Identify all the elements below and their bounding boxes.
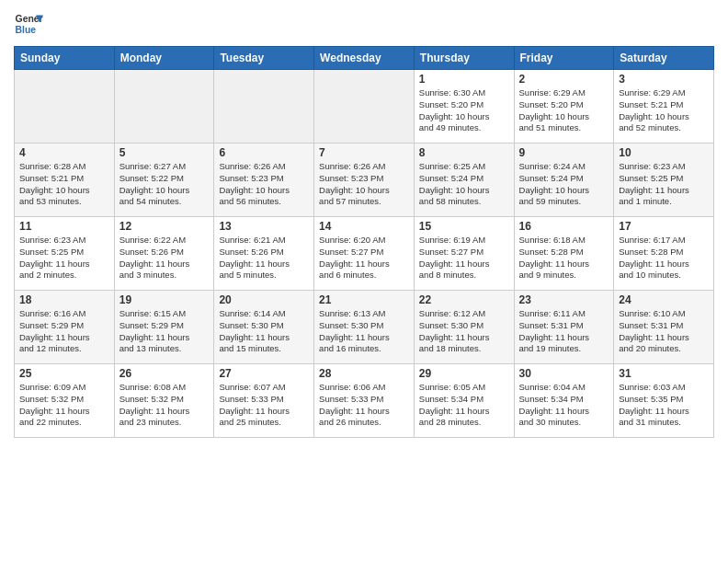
logo-icon: General Blue bbox=[14, 9, 43, 39]
weekday-header-row: SundayMondayTuesdayWednesdayThursdayFrid… bbox=[15, 47, 714, 70]
calendar-cell: 24Sunrise: 6:10 AM Sunset: 5:31 PM Dayli… bbox=[614, 291, 714, 364]
day-number: 17 bbox=[619, 220, 709, 233]
calendar-cell: 8Sunrise: 6:25 AM Sunset: 5:24 PM Daylig… bbox=[414, 144, 514, 217]
day-info: Sunrise: 6:26 AM Sunset: 5:23 PM Dayligh… bbox=[319, 161, 409, 208]
calendar-cell: 16Sunrise: 6:18 AM Sunset: 5:28 PM Dayli… bbox=[514, 217, 614, 291]
day-info: Sunrise: 6:23 AM Sunset: 5:25 PM Dayligh… bbox=[19, 235, 109, 282]
day-number: 19 bbox=[119, 293, 210, 306]
weekday-header-saturday: Saturday bbox=[614, 47, 714, 70]
calendar-cell bbox=[214, 70, 314, 144]
day-number: 11 bbox=[19, 220, 109, 233]
calendar-cell: 23Sunrise: 6:11 AM Sunset: 5:31 PM Dayli… bbox=[514, 291, 614, 364]
day-info: Sunrise: 6:28 AM Sunset: 5:21 PM Dayligh… bbox=[19, 161, 109, 208]
calendar-table: SundayMondayTuesdayWednesdayThursdayFrid… bbox=[14, 46, 714, 438]
day-number: 15 bbox=[419, 220, 509, 233]
day-info: Sunrise: 6:24 AM Sunset: 5:24 PM Dayligh… bbox=[519, 161, 609, 208]
calendar-cell: 21Sunrise: 6:13 AM Sunset: 5:30 PM Dayli… bbox=[314, 291, 415, 364]
day-number: 23 bbox=[519, 293, 609, 306]
day-number: 6 bbox=[219, 146, 309, 159]
weekday-header-monday: Monday bbox=[114, 47, 214, 70]
day-info: Sunrise: 6:05 AM Sunset: 5:34 PM Dayligh… bbox=[419, 382, 509, 429]
day-info: Sunrise: 6:21 AM Sunset: 5:26 PM Dayligh… bbox=[219, 235, 309, 282]
calendar-cell: 12Sunrise: 6:22 AM Sunset: 5:26 PM Dayli… bbox=[114, 217, 214, 291]
day-number: 10 bbox=[619, 146, 709, 159]
calendar-cell bbox=[114, 70, 214, 144]
calendar-cell: 6Sunrise: 6:26 AM Sunset: 5:23 PM Daylig… bbox=[214, 144, 314, 217]
week-row-2: 4Sunrise: 6:28 AM Sunset: 5:21 PM Daylig… bbox=[15, 144, 714, 217]
calendar-cell: 17Sunrise: 6:17 AM Sunset: 5:28 PM Dayli… bbox=[614, 217, 714, 291]
day-info: Sunrise: 6:08 AM Sunset: 5:32 PM Dayligh… bbox=[119, 382, 210, 429]
day-number: 2 bbox=[519, 73, 609, 86]
day-number: 26 bbox=[119, 367, 210, 380]
calendar-cell: 30Sunrise: 6:04 AM Sunset: 5:34 PM Dayli… bbox=[514, 364, 614, 438]
day-number: 5 bbox=[119, 146, 210, 159]
calendar-cell: 10Sunrise: 6:23 AM Sunset: 5:25 PM Dayli… bbox=[614, 144, 714, 217]
day-number: 18 bbox=[19, 293, 109, 306]
day-info: Sunrise: 6:22 AM Sunset: 5:26 PM Dayligh… bbox=[119, 235, 210, 282]
day-info: Sunrise: 6:30 AM Sunset: 5:20 PM Dayligh… bbox=[419, 87, 509, 134]
day-number: 8 bbox=[419, 146, 509, 159]
day-number: 20 bbox=[219, 293, 309, 306]
calendar-cell: 15Sunrise: 6:19 AM Sunset: 5:27 PM Dayli… bbox=[414, 217, 514, 291]
day-number: 28 bbox=[319, 367, 409, 380]
day-number: 22 bbox=[419, 293, 509, 306]
day-number: 4 bbox=[19, 146, 109, 159]
calendar-cell: 18Sunrise: 6:16 AM Sunset: 5:29 PM Dayli… bbox=[15, 291, 115, 364]
day-number: 12 bbox=[119, 220, 210, 233]
svg-text:Blue: Blue bbox=[16, 25, 37, 35]
calendar-cell: 31Sunrise: 6:03 AM Sunset: 5:35 PM Dayli… bbox=[614, 364, 714, 438]
calendar-cell: 3Sunrise: 6:29 AM Sunset: 5:21 PM Daylig… bbox=[614, 70, 714, 144]
day-number: 3 bbox=[619, 73, 709, 86]
day-number: 25 bbox=[19, 367, 109, 380]
weekday-header-friday: Friday bbox=[514, 47, 614, 70]
day-number: 30 bbox=[519, 367, 609, 380]
week-row-3: 11Sunrise: 6:23 AM Sunset: 5:25 PM Dayli… bbox=[15, 217, 714, 291]
day-number: 7 bbox=[319, 146, 409, 159]
calendar-cell bbox=[314, 70, 415, 144]
day-info: Sunrise: 6:07 AM Sunset: 5:33 PM Dayligh… bbox=[219, 382, 309, 429]
day-number: 16 bbox=[519, 220, 609, 233]
day-info: Sunrise: 6:11 AM Sunset: 5:31 PM Dayligh… bbox=[519, 308, 609, 355]
calendar-cell: 7Sunrise: 6:26 AM Sunset: 5:23 PM Daylig… bbox=[314, 144, 415, 217]
day-number: 21 bbox=[319, 293, 409, 306]
weekday-header-wednesday: Wednesday bbox=[314, 47, 415, 70]
day-info: Sunrise: 6:15 AM Sunset: 5:29 PM Dayligh… bbox=[119, 308, 210, 355]
day-number: 27 bbox=[219, 367, 309, 380]
header: General Blue bbox=[14, 9, 714, 39]
calendar-cell: 19Sunrise: 6:15 AM Sunset: 5:29 PM Dayli… bbox=[114, 291, 214, 364]
week-row-5: 25Sunrise: 6:09 AM Sunset: 5:32 PM Dayli… bbox=[15, 364, 714, 438]
calendar-cell: 13Sunrise: 6:21 AM Sunset: 5:26 PM Dayli… bbox=[214, 217, 314, 291]
day-info: Sunrise: 6:27 AM Sunset: 5:22 PM Dayligh… bbox=[119, 161, 210, 208]
logo: General Blue bbox=[14, 9, 47, 39]
calendar-cell: 14Sunrise: 6:20 AM Sunset: 5:27 PM Dayli… bbox=[314, 217, 415, 291]
calendar-cell: 4Sunrise: 6:28 AM Sunset: 5:21 PM Daylig… bbox=[15, 144, 115, 217]
day-number: 31 bbox=[619, 367, 709, 380]
day-info: Sunrise: 6:12 AM Sunset: 5:30 PM Dayligh… bbox=[419, 308, 509, 355]
calendar-cell: 26Sunrise: 6:08 AM Sunset: 5:32 PM Dayli… bbox=[114, 364, 214, 438]
calendar-cell bbox=[15, 70, 115, 144]
day-number: 14 bbox=[319, 220, 409, 233]
day-number: 29 bbox=[419, 367, 509, 380]
day-info: Sunrise: 6:29 AM Sunset: 5:21 PM Dayligh… bbox=[619, 87, 709, 134]
calendar-cell: 5Sunrise: 6:27 AM Sunset: 5:22 PM Daylig… bbox=[114, 144, 214, 217]
calendar-cell: 20Sunrise: 6:14 AM Sunset: 5:30 PM Dayli… bbox=[214, 291, 314, 364]
day-number: 9 bbox=[519, 146, 609, 159]
day-info: Sunrise: 6:16 AM Sunset: 5:29 PM Dayligh… bbox=[19, 308, 109, 355]
day-info: Sunrise: 6:23 AM Sunset: 5:25 PM Dayligh… bbox=[619, 161, 709, 208]
day-number: 24 bbox=[619, 293, 709, 306]
calendar-cell: 25Sunrise: 6:09 AM Sunset: 5:32 PM Dayli… bbox=[15, 364, 115, 438]
day-info: Sunrise: 6:20 AM Sunset: 5:27 PM Dayligh… bbox=[319, 235, 409, 282]
day-info: Sunrise: 6:03 AM Sunset: 5:35 PM Dayligh… bbox=[619, 382, 709, 429]
day-info: Sunrise: 6:18 AM Sunset: 5:28 PM Dayligh… bbox=[519, 235, 609, 282]
day-info: Sunrise: 6:10 AM Sunset: 5:31 PM Dayligh… bbox=[619, 308, 709, 355]
calendar-cell: 29Sunrise: 6:05 AM Sunset: 5:34 PM Dayli… bbox=[414, 364, 514, 438]
weekday-header-sunday: Sunday bbox=[15, 47, 115, 70]
weekday-header-tuesday: Tuesday bbox=[214, 47, 314, 70]
week-row-1: 1Sunrise: 6:30 AM Sunset: 5:20 PM Daylig… bbox=[15, 70, 714, 144]
day-number: 13 bbox=[219, 220, 309, 233]
day-info: Sunrise: 6:09 AM Sunset: 5:32 PM Dayligh… bbox=[19, 382, 109, 429]
day-info: Sunrise: 6:29 AM Sunset: 5:20 PM Dayligh… bbox=[519, 87, 609, 134]
day-info: Sunrise: 6:17 AM Sunset: 5:28 PM Dayligh… bbox=[619, 235, 709, 282]
calendar-cell: 28Sunrise: 6:06 AM Sunset: 5:33 PM Dayli… bbox=[314, 364, 415, 438]
calendar-cell: 11Sunrise: 6:23 AM Sunset: 5:25 PM Dayli… bbox=[15, 217, 115, 291]
